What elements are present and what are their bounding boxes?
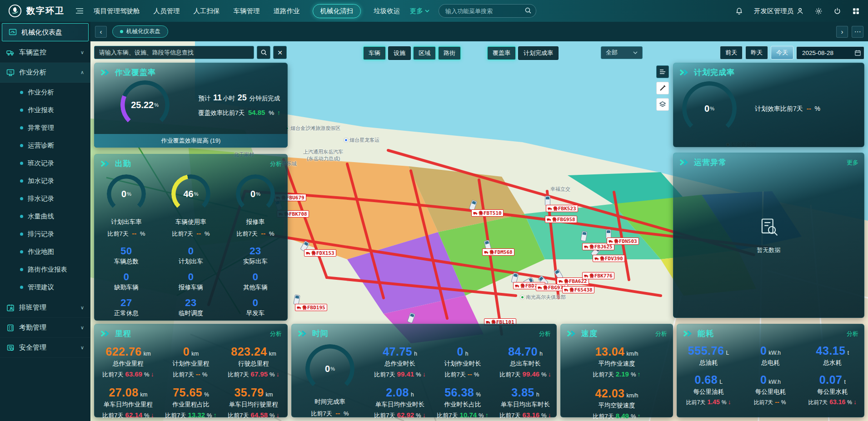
sidebar-item-vehicle-monitor[interactable]: 车辆监控 ∨ (0, 43, 90, 63)
vehicle-plate-label[interactable]: 鲁FDN503 (607, 238, 639, 245)
date-quick-button[interactable]: 今天 (771, 46, 793, 59)
vehicle-plate-label[interactable]: 鲁FDM568 (482, 248, 514, 256)
map-search-button[interactable] (257, 46, 270, 59)
nav-more-button[interactable]: 更多 (410, 7, 429, 15)
sidebar-submenu-item[interactable]: 班次记录 (0, 154, 90, 172)
bullet-dot-icon (20, 215, 23, 218)
collapse-left-button[interactable]: ‹ (95, 26, 107, 38)
energy-analyze-link[interactable]: 分析 (847, 330, 858, 338)
vehicle-plate-label[interactable]: 鲁FBK523 (546, 205, 578, 212)
truck-cab (472, 201, 476, 204)
vehicle-plate-label[interactable]: 鲁F65438 (562, 286, 594, 293)
coverage-eta-text: 预计 11小时 25 分钟后完成 (198, 93, 280, 103)
sidebar-submenu-item[interactable]: 管理建议 (0, 278, 90, 296)
metric-chip[interactable]: 计划完成率 (518, 46, 559, 60)
sidebar-item-shift-management[interactable]: 排班管理 ∨ (0, 298, 90, 318)
truck-cab (485, 241, 489, 244)
coverage-footer-banner[interactable]: 作业覆盖效率提高 (19) (94, 134, 288, 148)
layers-button[interactable] (656, 98, 669, 111)
settings-gear-icon[interactable] (815, 7, 823, 15)
sidebar-submenu-item[interactable]: 排水记录 (0, 190, 90, 208)
measure-pen-button[interactable] (656, 82, 669, 94)
truck-icon (515, 284, 519, 288)
search-icon (260, 49, 267, 56)
vehicle-plate-label[interactable]: 鲁FDX153 (304, 249, 336, 257)
scroll-tabs-right-button[interactable]: › (836, 26, 848, 38)
power-logout-icon[interactable] (833, 7, 841, 15)
tab-more-button[interactable]: ⋯ (852, 26, 863, 38)
attendance-stat: 0 缺勤车辆 (94, 271, 159, 292)
layer-type-chip[interactable]: 区域 (413, 46, 436, 60)
trend-arrow-icon: ↓ (548, 371, 551, 378)
sidebar-item-work-analysis[interactable]: % 作业分析 ∧ (0, 63, 90, 83)
sidebar-submenu-item[interactable]: 异常管理 (0, 119, 90, 137)
attendance-stat: 0 其他车辆 (223, 271, 288, 292)
top-nav-item[interactable]: 项目管理驾驶舱 (93, 5, 141, 18)
mileage-analyze-link[interactable]: 分析 (270, 330, 282, 338)
map-place-label: 烟台金沙滩旅游度假区 (285, 125, 340, 132)
layer-type-chip[interactable]: 车辆 (363, 46, 386, 60)
sidebar-submenu-item[interactable]: 路街作业报表 (0, 261, 90, 278)
date-quick-button[interactable]: 昨天 (745, 46, 768, 59)
sidebar-submenu-item[interactable]: 加水记录 (0, 172, 90, 190)
sidebar-submenu-item[interactable]: 作业地图 (0, 243, 90, 261)
speed-analyze-link[interactable]: 分析 (655, 330, 667, 338)
vehicle-plate-label[interactable]: 鲁FBD195 (295, 304, 327, 311)
legend-list-button[interactable] (656, 65, 669, 78)
vehicle-truck-sprite[interactable] (545, 196, 550, 206)
layer-type-chip[interactable]: 设施 (388, 46, 411, 60)
sidebar-item-safety-management[interactable]: 安全管理 ∨ (0, 338, 90, 358)
trend-arrow-icon: ↓ (276, 371, 279, 378)
top-nav-item[interactable]: 人员管理 (153, 5, 181, 18)
vehicle-plate-label[interactable]: 鲁FBT510 (471, 209, 504, 217)
tab-mech-dashboard[interactable]: 机械化仪表盘 (112, 25, 168, 38)
sidebar-submenu-item[interactable]: 运营诊断 (0, 137, 90, 154)
trend-arrow-icon: ↓ (423, 371, 426, 378)
truck-icon (584, 245, 589, 249)
truck-cab (555, 270, 559, 274)
sidebar-submenu-item[interactable]: 作业报表 (0, 101, 90, 119)
anomaly-more-link[interactable]: 更多 (847, 158, 858, 167)
apps-grid-icon[interactable] (852, 7, 860, 15)
sidebar-submenu-item[interactable]: 排污记录 (0, 225, 90, 243)
menu-icon[interactable] (75, 8, 84, 14)
menu-search-input[interactable] (439, 4, 536, 18)
date-controls: 前天 昨天 今天 (720, 46, 864, 59)
layer-type-chip[interactable]: 路街 (438, 46, 461, 60)
top-nav-item[interactable]: 垃圾收运 (373, 5, 401, 18)
calendar-icon[interactable] (854, 50, 861, 58)
coverage-gauge: 25.22% (120, 80, 170, 129)
sidebar-submenu-item[interactable]: 作业分析 (0, 84, 90, 101)
bell-icon[interactable] (735, 7, 743, 15)
vehicle-plate-label[interactable]: 鲁FDV390 (593, 255, 625, 262)
safety-shield-icon (6, 344, 15, 352)
vehicle-plate-label[interactable]: 鲁FBG958 (545, 216, 577, 223)
top-nav-item[interactable]: 道路作业 (273, 5, 301, 18)
sidebar-item-mech-dashboard[interactable]: 机械化仪表盘 (2, 23, 89, 41)
search-icon[interactable] (524, 7, 532, 16)
user-menu[interactable]: 开发区管理员 (754, 7, 804, 15)
top-nav-item[interactable]: 机械化清扫 (313, 4, 361, 18)
sidebar-item-attendance-management[interactable]: 考勤管理 ∨ (0, 318, 90, 338)
time-analyze-link[interactable]: 分析 (539, 330, 551, 338)
top-nav-item[interactable]: 车辆管理 (233, 5, 261, 18)
trend-arrow-icon: ↓ (151, 411, 154, 419)
attendance-analyze-link[interactable]: 分析 (270, 160, 282, 168)
mileage-stat: 823.24km 行驶总里程 比前7天67.95%↓ (222, 345, 285, 379)
map-place-label: 南光高尔夫俱乐部 (520, 294, 566, 301)
vehicle-plate-label[interactable]: 鲁FBK776 (582, 272, 614, 279)
time-stat: 0h 计划作业时长 比前7天--% (431, 345, 494, 379)
sidebar-submenu-item[interactable]: 水量曲线 (0, 208, 90, 225)
panel-title: 计划完成率 (694, 67, 735, 78)
sidebar-submenu: 作业分析 作业报表 异常管理 运营诊断 (0, 83, 90, 298)
map-search-input[interactable] (94, 46, 254, 59)
panel-chevrons-icon (100, 160, 111, 167)
metric-chip[interactable]: 覆盖率 (487, 46, 516, 60)
map-search-close-button[interactable]: ✕ (273, 46, 287, 59)
plan-gauge: 0% (682, 81, 737, 136)
filter-dropdown[interactable]: 全部 (601, 46, 643, 59)
metric-chips: 覆盖率 计划完成率 (487, 46, 559, 60)
top-nav-item[interactable]: 人工扫保 (193, 5, 221, 18)
date-quick-button[interactable]: 前天 (720, 46, 743, 59)
time-stat: 56.38% 作业时长占比 比前7天10.74%↑ (431, 386, 494, 420)
